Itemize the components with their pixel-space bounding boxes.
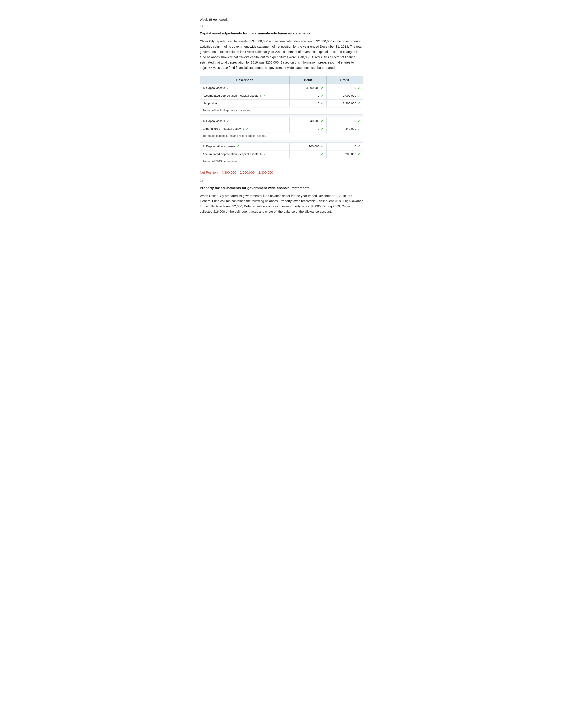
note-text: To record beginning-of-year balances. [200, 107, 363, 114]
credit-cell: 0 ✓ [326, 143, 363, 150]
note-row-1: To record beginning-of-year balances. [200, 107, 363, 114]
col-credit: Credit [326, 76, 363, 84]
debit-value: 0 [318, 152, 320, 156]
credit-check-icon[interactable]: ✓ [358, 127, 360, 131]
debit-check-icon[interactable]: ✓ [321, 119, 324, 123]
debit-cell: 200,000 ✓ [290, 143, 326, 150]
col-debit: Debit [290, 76, 326, 84]
desc-check-icon[interactable]: ✓ [226, 86, 229, 90]
credit-check-icon[interactable]: ✓ [358, 144, 360, 148]
separator [200, 140, 363, 143]
credit-value: 200,000 [345, 152, 356, 156]
debit-check-icon[interactable]: ✓ [321, 127, 324, 131]
credit-value: 0 [354, 145, 356, 148]
note-text: To reduce expenditures and record capita… [200, 133, 363, 140]
question-2-body: When Oscar City prepared its governmenta… [200, 193, 363, 215]
credit-value: 2,300,000 [343, 102, 356, 105]
col-description: Description [200, 76, 290, 84]
credit-check-icon[interactable]: ✓ [358, 86, 360, 90]
entry-description: Accumulated depreciation – capital asset… [203, 152, 258, 156]
table-row: Accumulated depreciation – capital asset… [200, 150, 363, 158]
note-text: To record 2019 depreciation. [200, 158, 363, 165]
entry-description: Accumulated depreciation – capital asset… [203, 94, 258, 97]
table-row: Accumulated depreciation – capital asset… [200, 92, 363, 99]
credit-cell: 340,000 ✓ [326, 125, 363, 133]
desc-cell-3: Net position [200, 99, 290, 107]
debit-cell: 340,000 ✓ [290, 117, 326, 125]
question-2-number: 2) [200, 179, 363, 182]
journal-table: Description Debit Credit ⇅ Capital asset… [200, 76, 363, 165]
credit-cell: 200,000 ✓ [326, 150, 363, 158]
question-1-number: 1) [200, 24, 363, 28]
credit-check-icon[interactable]: ✓ [358, 94, 360, 98]
credit-cell: 0 ✓ [326, 84, 363, 92]
desc-check-icon[interactable]: ✓ [226, 119, 229, 123]
debit-check-icon[interactable]: ✓ [321, 144, 324, 148]
debit-check-icon[interactable]: ✓ [321, 101, 324, 105]
debit-value: 0 [318, 127, 320, 130]
sort-arrows-icon[interactable]: ⇅ [259, 153, 262, 156]
entry-description: Expenditures – capital outlay [203, 127, 241, 130]
desc-cell-6: ⇅ Depreciation expense ✓ [200, 143, 290, 150]
desc-cell-1: ⇅ Capital assets ✓ [200, 84, 290, 92]
debit-value: 4,300,000 [306, 86, 320, 90]
entry-description: Capital assets [206, 86, 225, 90]
desc-check-icon[interactable]: ✓ [246, 127, 248, 131]
credit-value: 0 [354, 86, 356, 90]
debit-cell: 0 ✓ [290, 99, 326, 107]
entry-description: Capital assets [206, 119, 225, 123]
credit-value: 0 [354, 119, 356, 123]
desc-check-icon[interactable]: ✓ [236, 144, 239, 148]
note-row-2: To reduce expenditures and record capita… [200, 133, 363, 140]
desc-check-icon[interactable]: ✓ [263, 152, 266, 156]
debit-cell: 0 ✓ [290, 150, 326, 158]
sort-arrows-icon[interactable]: ⇅ [203, 145, 205, 148]
debit-check-icon[interactable]: ✓ [321, 86, 324, 90]
credit-cell: 2,300,000 ✓ [326, 99, 363, 107]
net-position-line: Net Position = 4,300,000 – 2,000,000 = 2… [200, 171, 363, 174]
sort-arrows-icon[interactable]: ⇅ [203, 120, 205, 123]
debit-check-icon[interactable]: ✓ [321, 94, 324, 98]
debit-cell: 0 ✓ [290, 92, 326, 99]
debit-value: 0 [318, 94, 320, 97]
entry-description: Net position [203, 102, 218, 105]
separator [200, 114, 363, 117]
table-row: ⇅ Capital assets ✓ 4,300,000 ✓ 0 ✓ [200, 84, 363, 92]
desc-cell-2: Accumulated depreciation – capital asset… [200, 92, 290, 99]
debit-cell: 4,300,000 ✓ [290, 84, 326, 92]
sort-arrows-icon[interactable]: ⇅ [259, 94, 262, 97]
credit-cell: 2,000,000 ✓ [326, 92, 363, 99]
debit-value: 200,000 [309, 145, 320, 148]
sort-arrows-icon[interactable]: ⇅ [242, 127, 244, 130]
credit-value: 340,000 [345, 127, 356, 130]
credit-cell: 0 ✓ [326, 117, 363, 125]
credit-check-icon[interactable]: ✓ [358, 119, 360, 123]
entry-description: Depreciation expense [206, 145, 235, 148]
credit-check-icon[interactable]: ✓ [358, 101, 360, 105]
note-row-3: To record 2019 depreciation. [200, 158, 363, 165]
debit-cell: 0 ✓ [290, 125, 326, 133]
table-row: ⇅ Depreciation expense ✓ 200,000 ✓ 0 ✓ [200, 143, 363, 150]
question-1-body: Oliver City reported capital assets of $… [200, 39, 363, 71]
credit-value: 2,000,000 [343, 94, 356, 97]
desc-cell-5: Expenditures – capital outlay ⇅ ✓ [200, 125, 290, 133]
table-row: Net position 0 ✓ 2,300,000 ✓ [200, 99, 363, 107]
desc-check-icon[interactable]: ✓ [263, 94, 266, 98]
table-row: ⇅ Capital assets ✓ 340,000 ✓ 0 ✓ [200, 117, 363, 125]
week-label: Week 15 Homework [200, 18, 363, 21]
question-2-title: Property tax adjustments for government-… [200, 186, 363, 190]
sort-arrows-icon[interactable]: ⇅ [203, 86, 205, 90]
credit-check-icon[interactable]: ✓ [358, 152, 360, 156]
question-1-title: Capital asset adjustments for government… [200, 31, 363, 35]
table-row: Expenditures – capital outlay ⇅ ✓ 0 ✓ 34… [200, 125, 363, 133]
desc-cell-7: Accumulated depreciation – capital asset… [200, 150, 290, 158]
debit-check-icon[interactable]: ✓ [321, 152, 324, 156]
debit-value: 340,000 [309, 119, 320, 123]
desc-cell-4: ⇅ Capital assets ✓ [200, 117, 290, 125]
debit-value: 0 [318, 102, 320, 105]
top-divider [200, 9, 363, 9]
